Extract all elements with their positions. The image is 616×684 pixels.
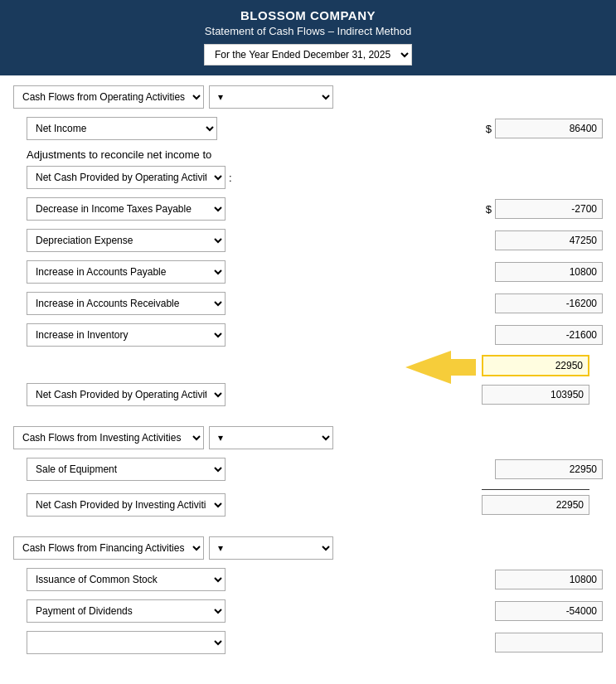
depreciation-select[interactable]: Depreciation Expense	[27, 229, 226, 252]
section-financing-select[interactable]: Cash Flows from Financing Activities	[13, 536, 204, 560]
dividends-row: Payment of Dividends	[27, 599, 603, 623]
section-investing-select[interactable]: Cash Flows from Investing Activities	[13, 426, 204, 449]
sale-equip-row: Sale of Equipment	[27, 458, 603, 481]
dividends-value[interactable]	[495, 601, 603, 621]
inc-inv-value[interactable]	[495, 325, 603, 345]
depreciation-value[interactable]	[495, 230, 603, 250]
arrow-annotation	[405, 347, 480, 388]
inc-ar-row: Increase in Accounts Receivable	[27, 292, 603, 315]
inc-ap-row: Increase in Accounts Payable	[27, 260, 603, 284]
svg-marker-0	[405, 351, 476, 384]
dollar-dec-tax: $	[486, 203, 492, 216]
empty-value[interactable]	[495, 633, 603, 652]
adj-section-select[interactable]: Net Cash Provided by Operating Activitie…	[27, 166, 226, 189]
net-cash-op-value[interactable]	[482, 385, 589, 405]
adj-section-row: Net Cash Provided by Operating Activitie…	[27, 166, 603, 189]
adjustments-label: Adjustments to reconcile net income to	[27, 148, 603, 161]
page-header: BLOSSOM COMPANY Statement of Cash Flows …	[0, 0, 616, 75]
section-financing: Cash Flows from Financing Activities ▾	[13, 536, 603, 560]
subtotal-highlighted-value[interactable]	[482, 355, 589, 376]
net-cash-op-row: Net Cash Provided by Operating Activitie…	[27, 383, 603, 406]
section-operating-select[interactable]: Cash Flows from Operating Activities	[13, 85, 204, 109]
inc-ar-select[interactable]: Increase in Accounts Receivable	[27, 292, 226, 315]
inc-ar-value[interactable]	[495, 293, 603, 313]
section-operating-arrow[interactable]: ▾	[209, 85, 333, 109]
dec-income-tax-select[interactable]: Decrease in Income Taxes Payable	[27, 197, 226, 221]
section-financing-arrow[interactable]: ▾	[209, 536, 333, 560]
issuance-row: Issuance of Common Stock	[27, 568, 603, 591]
net-cash-inv-select[interactable]: Net Cash Provided by Investing Activitie…	[27, 493, 226, 517]
dollar-sign-net-income: $	[486, 123, 492, 135]
net-income-select[interactable]: Net Income	[27, 117, 217, 140]
period-select[interactable]: For the Year Ended December 31, 2025	[204, 44, 412, 65]
empty-select[interactable]	[27, 631, 226, 654]
net-cash-op-select[interactable]: Net Cash Provided by Operating Activitie…	[27, 383, 226, 406]
inc-inv-row: Increase in Inventory	[27, 323, 603, 347]
inc-ap-value[interactable]	[495, 262, 603, 282]
sale-equip-value[interactable]	[495, 459, 603, 479]
empty-row	[27, 631, 603, 654]
net-income-row: Net Income $	[27, 117, 603, 140]
issuance-select[interactable]: Issuance of Common Stock	[27, 568, 226, 591]
section-investing: Cash Flows from Investing Activities ▾	[13, 426, 603, 449]
net-income-value[interactable]	[495, 119, 603, 138]
sale-equip-select[interactable]: Sale of Equipment	[27, 458, 226, 481]
statement-title: Statement of Cash Flows – Indirect Metho…	[4, 25, 612, 37]
issuance-value[interactable]	[495, 570, 603, 589]
dividends-select[interactable]: Payment of Dividends	[27, 599, 226, 623]
section-operating: Cash Flows from Operating Activities ▾	[13, 85, 603, 109]
net-cash-inv-value[interactable]	[482, 495, 589, 515]
section-investing-arrow[interactable]: ▾	[209, 426, 333, 449]
depreciation-row: Depreciation Expense	[27, 229, 603, 252]
content-area: Cash Flows from Operating Activities ▾ N…	[0, 75, 616, 679]
colon: :	[229, 172, 232, 184]
dec-income-tax-value[interactable]	[495, 199, 603, 219]
company-name: BLOSSOM COMPANY	[4, 8, 612, 22]
dec-income-tax-row: Decrease in Income Taxes Payable $	[27, 197, 603, 221]
net-cash-inv-row: Net Cash Provided by Investing Activitie…	[27, 493, 603, 517]
inc-inv-select[interactable]: Increase in Inventory	[27, 323, 226, 347]
inc-ap-select[interactable]: Increase in Accounts Payable	[27, 260, 226, 284]
